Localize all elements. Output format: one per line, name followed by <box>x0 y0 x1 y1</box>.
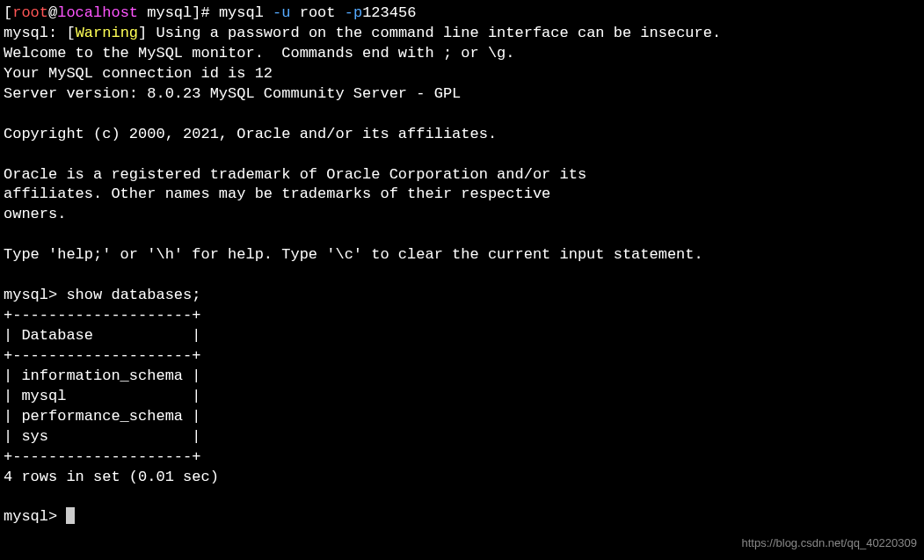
prompt-path: mysql <box>147 4 192 21</box>
result-line: 4 rows in set (0.01 sec) <box>4 468 920 488</box>
warning-line: mysql: [Warning] Using a password on the… <box>4 24 920 44</box>
blank-line <box>4 265 920 286</box>
warning-word: Warning <box>76 25 138 41</box>
blank-line <box>4 145 920 165</box>
table-row: | information_schema | <box>4 367 920 387</box>
welcome-line-2: Your MySQL connection id is 12 <box>4 64 920 84</box>
table-row: | mysql | <box>4 387 920 407</box>
legal-line-2: affiliates. Other names may be trademark… <box>4 185 920 205</box>
prompt-host: localhost <box>57 4 138 21</box>
mysql-prompt-line-1: mysql> show databases; <box>4 286 920 306</box>
table-row: | performance_schema | <box>4 407 920 427</box>
prompt-user: root <box>12 4 48 21</box>
watermark-text: https://blog.csdn.net/qq_40220309 <box>742 535 918 551</box>
prompt-space <box>138 4 147 21</box>
blank-line <box>4 225 920 245</box>
table-border-bottom: +--------------------+ <box>4 447 920 468</box>
table-header: | Database | <box>4 326 920 346</box>
mysql-prompt-line-2[interactable]: mysql> <box>4 507 920 527</box>
sql-command: show databases; <box>66 287 200 303</box>
legal-line-3: owners. <box>4 205 920 225</box>
table-row: | sys | <box>4 427 920 447</box>
warning-prefix: mysql: [ <box>4 25 76 41</box>
blank-line <box>4 105 920 125</box>
flag-p: -p <box>336 4 363 21</box>
table-border-mid: +--------------------+ <box>4 346 920 367</box>
table-border-top: +--------------------+ <box>4 306 920 326</box>
arg-password: 123456 <box>362 4 416 21</box>
cursor-icon <box>66 507 75 524</box>
command-name: mysql <box>219 4 264 21</box>
welcome-line-3: Server version: 8.0.23 MySQL Community S… <box>4 84 920 105</box>
legal-line-1: Oracle is a registered trademark of Orac… <box>4 165 920 185</box>
welcome-line-1: Welcome to the MySQL monitor. Commands e… <box>4 44 920 64</box>
prompt-close-bracket: ]# <box>192 4 219 21</box>
blank-line <box>4 488 920 508</box>
warning-suffix: ] Using a password on the command line i… <box>138 25 721 41</box>
arg-root: root <box>291 4 336 21</box>
flag-u: -u <box>264 4 291 21</box>
help-line: Type 'help;' or '\h' for help. Type '\c'… <box>4 245 920 265</box>
shell-prompt-line: [root@localhost mysql]# mysql -u root -p… <box>4 4 920 24</box>
copyright-line: Copyright (c) 2000, 2021, Oracle and/or … <box>4 125 920 145</box>
mysql-prompt: mysql> <box>4 287 66 303</box>
mysql-prompt: mysql> <box>4 508 66 525</box>
prompt-at: @ <box>48 4 57 21</box>
prompt-open-bracket: [ <box>4 4 12 21</box>
